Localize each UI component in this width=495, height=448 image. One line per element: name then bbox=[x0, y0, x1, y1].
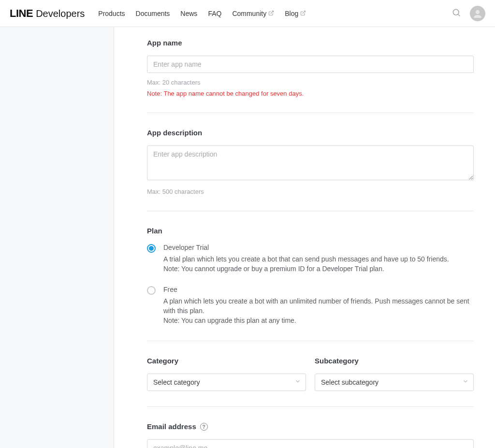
radio-icon[interactable] bbox=[147, 244, 156, 253]
help-icon[interactable]: ? bbox=[200, 423, 208, 431]
nav-documents[interactable]: Documents bbox=[136, 10, 170, 17]
logo-developers: Developers bbox=[36, 8, 85, 19]
app-name-label: App name bbox=[147, 39, 474, 47]
app-description-label: App description bbox=[147, 129, 474, 137]
plan-developer-trial-desc: A trial plan which lets you create a bot… bbox=[163, 254, 449, 274]
nav-community-label: Community bbox=[232, 10, 266, 17]
app-name-note: Note: The app name cannot be changed for… bbox=[147, 90, 474, 97]
svg-point-2 bbox=[453, 9, 459, 15]
email-input[interactable] bbox=[147, 439, 474, 448]
svg-line-1 bbox=[303, 11, 306, 14]
external-link-icon bbox=[300, 10, 306, 17]
nav-blog-label: Blog bbox=[285, 10, 298, 17]
external-link-icon bbox=[268, 10, 274, 17]
app-name-hint: Max: 20 characters bbox=[147, 79, 474, 86]
main-nav: Products Documents News FAQ Community Bl… bbox=[98, 10, 306, 17]
subcategory-select[interactable]: Select subcategory bbox=[315, 374, 474, 391]
radio-body: Developer Trial A trial plan which lets … bbox=[163, 244, 449, 274]
category-label: Category bbox=[147, 357, 306, 365]
category-select-value[interactable]: Select category bbox=[147, 374, 306, 391]
section-email: Email address ? Max: 100 characters bbox=[147, 406, 474, 448]
section-app-name: App name Max: 20 characters Note: The ap… bbox=[147, 39, 474, 113]
plan-free-desc: A plan which lets you create a bot with … bbox=[163, 296, 474, 326]
email-label: Email address ? bbox=[147, 422, 474, 431]
svg-line-3 bbox=[458, 14, 460, 16]
logo[interactable]: LINE Developers bbox=[10, 7, 85, 20]
category-select[interactable]: Select category bbox=[147, 374, 306, 391]
app-description-hint: Max: 500 characters bbox=[147, 188, 474, 195]
subcategory-select-value[interactable]: Select subcategory bbox=[315, 374, 474, 391]
plan-option-developer-trial[interactable]: Developer Trial A trial plan which lets … bbox=[147, 244, 474, 274]
nav-news[interactable]: News bbox=[180, 10, 197, 17]
section-app-description: App description Max: 500 characters bbox=[147, 113, 474, 211]
search-icon[interactable] bbox=[451, 8, 461, 19]
header: LINE Developers Products Documents News … bbox=[0, 0, 495, 27]
nav-community[interactable]: Community bbox=[232, 10, 274, 17]
main-content: App name Max: 20 characters Note: The ap… bbox=[114, 27, 495, 448]
svg-point-4 bbox=[476, 10, 480, 14]
section-category: Category Select category Subcategory Sel… bbox=[147, 341, 474, 406]
radio-body: Free A plan which lets you create a bot … bbox=[163, 286, 474, 326]
plan-option-free[interactable]: Free A plan which lets you create a bot … bbox=[147, 286, 474, 326]
plan-developer-trial-title: Developer Trial bbox=[163, 244, 449, 251]
section-plan: Plan Developer Trial A trial plan which … bbox=[147, 211, 474, 341]
logo-line: LINE bbox=[10, 7, 33, 20]
sidebar bbox=[0, 27, 114, 448]
app-name-input[interactable] bbox=[147, 56, 474, 73]
nav-products[interactable]: Products bbox=[98, 10, 125, 17]
radio-icon[interactable] bbox=[147, 286, 156, 295]
svg-line-0 bbox=[271, 11, 274, 14]
plan-free-title: Free bbox=[163, 286, 474, 293]
app-description-input[interactable] bbox=[147, 145, 474, 180]
plan-label: Plan bbox=[147, 227, 474, 235]
nav-faq[interactable]: FAQ bbox=[208, 10, 221, 17]
nav-blog[interactable]: Blog bbox=[285, 10, 306, 17]
header-right bbox=[451, 6, 485, 21]
subcategory-label: Subcategory bbox=[315, 357, 474, 365]
avatar[interactable] bbox=[470, 6, 485, 21]
